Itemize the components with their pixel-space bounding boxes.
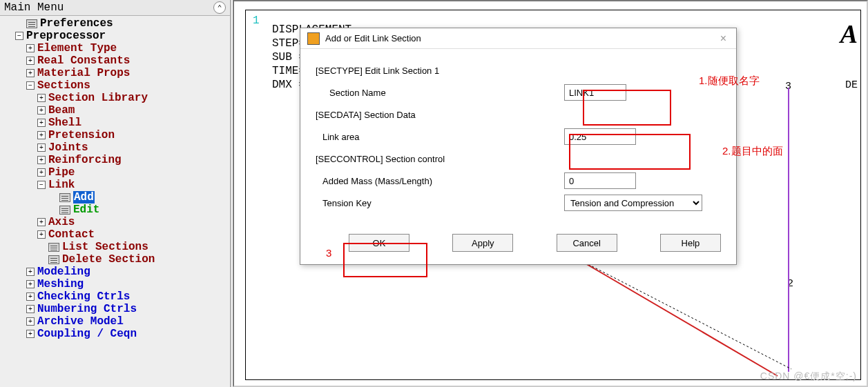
expand-icon[interactable]: + [37,106,46,115]
tree-item[interactable]: +Material Props [0,67,230,79]
link-area-label: Link area [316,132,564,142]
tree-item[interactable]: −Link [0,179,230,191]
expand-icon[interactable]: + [26,317,35,326]
dialog-titlebar[interactable]: Add or Edit Link Section × [300,28,736,49]
dialog-buttons: OK Apply Cancel Help [300,228,736,264]
link-area-input[interactable] [564,128,636,145]
tree-item[interactable]: +Pipe [0,166,230,179]
page-icon [26,19,37,28]
close-icon[interactable]: × [717,32,729,45]
section-name-input[interactable] [564,84,626,101]
ansys-icon [307,32,320,45]
tree-item[interactable]: Edit [0,204,230,216]
link-section-dialog: Add or Edit Link Section × [SECTYPE] Edi… [300,28,737,265]
tree-item[interactable]: +Element Type [0,42,230,54]
logo-a: A [840,19,858,49]
tree-item[interactable]: +Modeling [0,266,230,278]
expand-icon[interactable]: + [37,168,46,177]
tree-item-label: Edit [73,204,99,216]
tree-item-label: Sections [37,79,90,92]
tree-item-label: Preprocessor [26,30,106,42]
ok-button[interactable]: OK [349,234,409,252]
tree-item-label: Preferences [40,17,113,30]
tree-item-label: Link [48,179,75,191]
tree-item[interactable]: +Shell [0,117,230,129]
expand-icon[interactable]: + [26,44,35,52]
collapse-icon[interactable]: − [15,32,23,40]
cancel-button[interactable]: Cancel [557,234,617,252]
apply-button[interactable]: Apply [452,234,513,252]
tree-item[interactable]: −Preprocessor [0,30,230,42]
section-name-label: Section Name [316,88,564,98]
tree-item[interactable]: +Beam [0,104,230,117]
tree-item-label: List Sections [62,241,148,253]
tree-item-label: Section Library [48,92,148,104]
tree-item[interactable]: Delete Section [0,253,230,266]
collapse-icon[interactable]: − [26,81,35,90]
collapse-icon[interactable]: − [37,181,46,189]
expand-icon[interactable]: + [26,292,35,301]
tree-item[interactable]: −Sections [0,79,230,92]
page-icon [59,206,70,215]
tree[interactable]: Preferences−Preprocessor+Element Type+Re… [0,16,230,341]
expand-icon[interactable]: + [26,57,35,65]
tree-item-label: Joints [48,141,88,154]
tree-item-label: Pretension [48,129,115,141]
tree-item[interactable]: +Checking Ctrls [0,290,230,303]
tree-item-label: Archive Model [37,315,124,328]
seccontrol-label: [SECCONTROL] Section control [316,154,564,164]
help-button[interactable]: Help [660,234,721,252]
main-menu-header: Main Menu ⌃ [0,0,230,16]
secdata-label: [SECDATA] Section Data [316,110,564,120]
main-menu-panel: Main Menu ⌃ Preferences−Preprocessor+Ele… [0,0,231,387]
tree-item[interactable]: +Axis [0,216,230,228]
viewport-number: 1 [253,14,260,27]
watermark: CSDN @€便成*空;-) [760,370,857,383]
tree-item[interactable]: +Joints [0,141,230,154]
expand-icon[interactable]: + [37,230,46,239]
tree-item-label: Modeling [37,266,90,278]
tree-item-label: Reinforcing [48,154,122,166]
tree-item[interactable]: +Contact [0,228,230,241]
tree-item[interactable]: +Numbering Ctrls [0,303,230,315]
tree-item-label: Coupling / Ceqn [37,328,137,340]
expand-icon[interactable]: + [37,143,46,152]
tree-item[interactable]: +Meshing [0,278,230,290]
purple-edge [788,88,789,372]
svg-line-0 [577,259,791,369]
expand-icon[interactable]: + [37,156,46,164]
collapse-icon[interactable]: ⌃ [213,1,226,14]
tree-item-label: Material Props [37,67,130,79]
expand-icon[interactable]: + [26,305,35,313]
expand-icon[interactable]: + [37,94,46,102]
tension-key-select[interactable]: Tension and Compression [564,195,702,211]
expand-icon[interactable]: + [37,119,46,127]
expand-icon[interactable]: + [26,330,35,338]
tree-item-label: Checking Ctrls [37,290,130,303]
expand-icon[interactable]: + [37,131,46,139]
tree-item[interactable]: +Pretension [0,129,230,141]
main-menu-title: Main Menu [4,1,64,14]
dialog-title-text: Add or Edit Link Section [325,33,421,43]
added-mass-input[interactable] [564,172,636,189]
expand-icon[interactable]: + [26,69,35,77]
tree-item-label: Real Constants [37,54,130,67]
tree-item[interactable]: +Real Constants [0,54,230,67]
svg-line-1 [577,259,778,376]
tree-item-label: Beam [48,104,75,117]
expand-icon[interactable]: + [26,268,35,276]
tree-item[interactable]: List Sections [0,241,230,253]
page-icon [48,255,59,264]
tree-item[interactable]: +Coupling / Ceqn [0,328,230,340]
tree-item-label: Meshing [37,278,84,290]
tree-item[interactable]: +Section Library [0,92,230,104]
tree-item[interactable]: Add [0,191,230,204]
de-label: DE [845,79,858,91]
tree-item-label: Shell [48,117,81,129]
tree-item[interactable]: Preferences [0,17,230,30]
expand-icon[interactable]: + [26,280,35,288]
page-icon [59,193,70,202]
tree-item[interactable]: +Reinforcing [0,154,230,166]
tree-item[interactable]: +Archive Model [0,315,230,328]
expand-icon[interactable]: + [37,218,46,226]
